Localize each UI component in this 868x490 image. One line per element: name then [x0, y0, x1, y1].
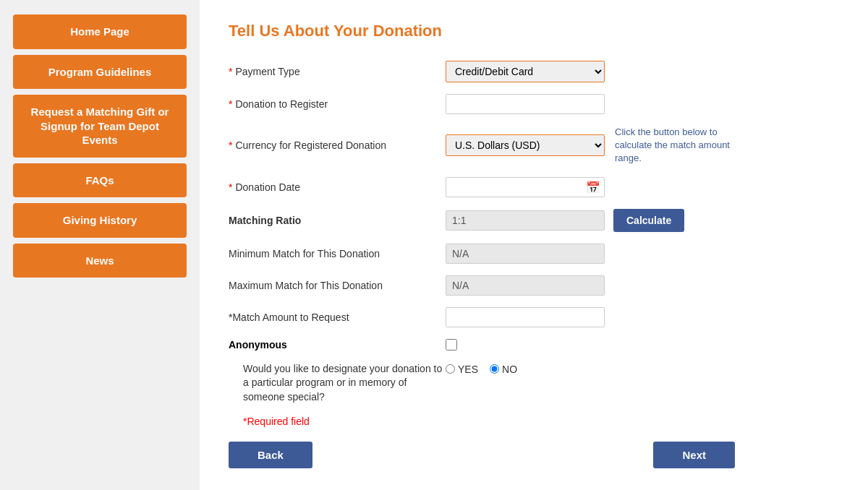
donation-register-input[interactable]	[446, 94, 605, 114]
sidebar-item-program-guidelines[interactable]: Program Guidelines	[13, 55, 187, 90]
donation-form: *Payment Type Credit/Debit Card Check Ca…	[229, 61, 735, 468]
sidebar-item-home-page[interactable]: Home Page	[13, 14, 187, 49]
min-match-value: N/A	[446, 244, 605, 264]
sidebar-item-news[interactable]: News	[13, 244, 187, 278]
max-match-label: Maximum Match for This Donation	[229, 280, 446, 291]
hint-text: Click the button below to calculate the …	[615, 126, 735, 166]
max-match-value: N/A	[446, 275, 605, 296]
designate-row: Would you like to designate your donatio…	[229, 362, 735, 405]
min-match-label: Minimum Match for This Donation	[229, 248, 446, 259]
payment-type-field: Credit/Debit Card Check Cash Payroll Ded…	[446, 61, 735, 82]
no-radio[interactable]	[490, 364, 499, 374]
payment-type-select[interactable]: Credit/Debit Card Check Cash Payroll Ded…	[446, 61, 605, 82]
donation-register-field	[446, 94, 735, 114]
matching-ratio-value: 1:1	[446, 210, 605, 231]
payment-type-required: *	[229, 66, 232, 77]
main-content: Tell Us About Your Donation *Payment Typ…	[200, 0, 868, 490]
currency-label: *Currency for Registered Donation	[229, 139, 446, 151]
currency-field: U.S. Dollars (USD) Canadian Dollars (CAD…	[446, 126, 735, 166]
currency-select[interactable]: U.S. Dollars (USD) Canadian Dollars (CAD…	[446, 134, 605, 156]
donation-register-label: *Donation to Register	[229, 98, 446, 110]
anonymous-label: Anonymous	[229, 339, 446, 351]
match-amount-field	[446, 307, 735, 327]
page-title: Tell Us About Your Donation	[229, 22, 839, 40]
donation-date-label: *Donation Date	[229, 181, 446, 193]
form-buttons: Back Next	[229, 442, 735, 468]
matching-ratio-label: Matching Ratio	[229, 215, 446, 226]
match-amount-label: *Match Amount to Request	[229, 311, 446, 323]
min-match-row: Minimum Match for This Donation N/A	[229, 244, 735, 264]
min-match-field: N/A	[446, 244, 735, 264]
donation-date-field: 📅	[446, 177, 735, 197]
payment-type-label: *Payment Type	[229, 66, 446, 77]
sidebar-item-faqs[interactable]: FAQs	[13, 163, 187, 198]
yes-radio-label[interactable]: YES	[446, 364, 478, 375]
designate-question: Would you like to designate your donatio…	[229, 362, 446, 405]
anonymous-checkbox[interactable]	[446, 339, 457, 351]
max-match-field: N/A	[446, 275, 735, 296]
back-button[interactable]: Back	[229, 442, 312, 468]
sidebar-item-request-matching[interactable]: Request a Matching Gift or Signup for Te…	[13, 95, 187, 158]
yes-radio[interactable]	[446, 364, 455, 374]
sidebar: Home Page Program Guidelines Request a M…	[0, 0, 200, 490]
match-amount-row: *Match Amount to Request	[229, 307, 735, 327]
required-note: *Required field	[243, 416, 735, 427]
payment-type-row: *Payment Type Credit/Debit Card Check Ca…	[229, 61, 735, 82]
currency-row: *Currency for Registered Donation U.S. D…	[229, 126, 735, 166]
no-radio-label[interactable]: NO	[490, 364, 517, 375]
donation-date-input[interactable]	[446, 177, 605, 197]
donation-register-row: *Donation to Register	[229, 94, 735, 114]
max-match-row: Maximum Match for This Donation N/A	[229, 275, 735, 296]
donation-date-row: *Donation Date 📅	[229, 177, 735, 197]
anonymous-row: Anonymous	[229, 339, 735, 351]
calculate-button[interactable]: Calculate	[613, 209, 684, 232]
sidebar-item-giving-history[interactable]: Giving History	[13, 203, 187, 238]
next-button[interactable]: Next	[653, 442, 735, 468]
matching-ratio-row: Matching Ratio 1:1 Calculate	[229, 209, 735, 232]
designate-radio-group: YES NO	[446, 362, 517, 375]
match-amount-input[interactable]	[446, 307, 605, 327]
